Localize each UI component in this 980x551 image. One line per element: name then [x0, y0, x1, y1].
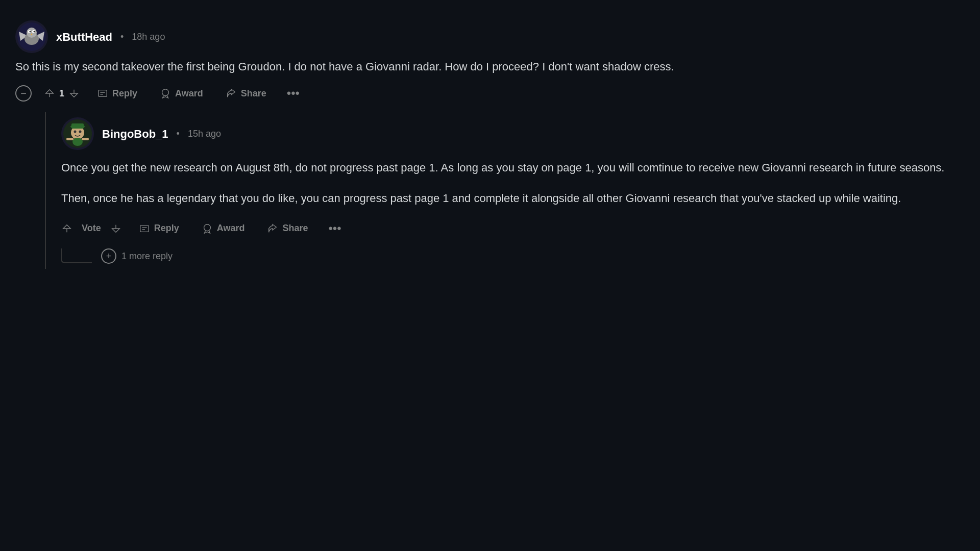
- more-replies-section: + 1 more reply: [61, 248, 965, 264]
- svg-point-7: [30, 31, 31, 33]
- svg-point-20: [74, 131, 77, 133]
- reply-downvote-icon: [110, 223, 121, 234]
- reply-share-button[interactable]: Share: [262, 220, 313, 237]
- downvote-icon: [68, 88, 80, 99]
- vote-count: 1: [59, 87, 64, 101]
- svg-point-8: [34, 31, 35, 33]
- top-comment: xButtHead • 18h ago So this is my second…: [15, 10, 965, 112]
- top-comment-body: So this is my second takeover the first …: [15, 58, 965, 76]
- reply-award-button[interactable]: Award: [197, 220, 250, 237]
- thread-connector: [30, 112, 61, 269]
- award-icon: [160, 88, 171, 99]
- dot-separator-1: •: [120, 30, 124, 44]
- reply-timestamp: 15h ago: [188, 127, 221, 141]
- expand-replies-button[interactable]: +: [101, 248, 116, 264]
- svg-point-21: [79, 131, 82, 133]
- reply-icon: [97, 88, 108, 99]
- reply-reply-button[interactable]: Reply: [134, 220, 184, 237]
- more-replies-connector: [61, 248, 92, 264]
- page-container: xButtHead • 18h ago So this is my second…: [0, 0, 980, 279]
- more-options-button[interactable]: •••: [284, 86, 303, 101]
- svg-rect-12: [99, 90, 107, 97]
- upvote-icon: [44, 88, 55, 99]
- share-icon: [226, 88, 237, 99]
- reply-comment-header: BingoBob_1 • 15h ago: [61, 117, 965, 150]
- svg-rect-19: [71, 123, 84, 129]
- svg-point-22: [72, 138, 83, 146]
- top-comment-timestamp: 18h ago: [132, 30, 165, 44]
- reply-share-icon: [267, 223, 278, 234]
- avatar-bingobob: [61, 117, 94, 150]
- thread-curve: [61, 248, 92, 264]
- reply-more-options-button[interactable]: •••: [325, 221, 344, 236]
- reply-downvote-button[interactable]: [110, 223, 121, 234]
- downvote-button[interactable]: [68, 88, 80, 99]
- svg-point-4: [27, 28, 37, 38]
- svg-point-30: [204, 224, 210, 231]
- reply-comment-actions: Vote Reply: [61, 218, 965, 238]
- vote-section: 1: [44, 87, 80, 101]
- reply-reply-icon: [139, 223, 150, 234]
- reply-upvote-icon: [61, 223, 72, 234]
- top-comment-actions: − 1: [15, 85, 965, 102]
- reply-comment: BingoBob_1 • 15h ago Once you get the ne…: [61, 112, 965, 269]
- dot-separator-2: •: [177, 127, 180, 141]
- upvote-button[interactable]: [44, 88, 55, 99]
- thread-line: [45, 112, 46, 269]
- reply-username[interactable]: BingoBob_1: [102, 126, 168, 142]
- reply-vote-section: Vote: [61, 218, 121, 238]
- award-button[interactable]: Award: [155, 85, 208, 102]
- collapse-button[interactable]: −: [15, 85, 32, 102]
- reply-thread-container: BingoBob_1 • 15h ago Once you get the ne…: [30, 112, 965, 269]
- comment-header: xButtHead • 18h ago: [15, 20, 965, 53]
- share-button[interactable]: Share: [220, 85, 272, 102]
- reply-button[interactable]: Reply: [92, 85, 142, 102]
- svg-rect-23: [66, 138, 74, 140]
- top-comment-username[interactable]: xButtHead: [56, 29, 112, 45]
- avatar-xbutthead: [15, 20, 48, 53]
- reply-award-icon: [202, 223, 213, 234]
- svg-point-15: [162, 89, 169, 96]
- reply-vote-label: Vote: [77, 218, 106, 238]
- more-replies-text: 1 more reply: [121, 249, 173, 263]
- svg-rect-24: [82, 138, 89, 140]
- reply-body-para1: Once you get the new research on August …: [61, 159, 965, 177]
- svg-rect-27: [140, 225, 149, 232]
- reply-body-para2: Then, once he has a legendary that you d…: [61, 190, 965, 207]
- reply-upvote-button[interactable]: [61, 223, 72, 234]
